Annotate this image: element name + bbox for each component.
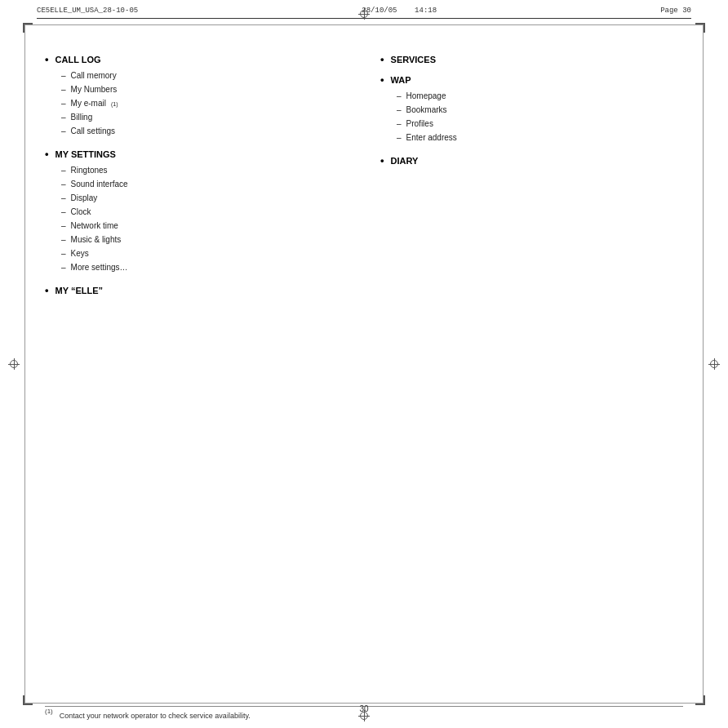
bullet-diary: • bbox=[380, 154, 384, 166]
crosshair-bottom bbox=[358, 710, 370, 721]
header-filename: CE5ELLE_UM_USA_28-10-05 bbox=[37, 7, 138, 15]
page: CE5ELLE_UM_USA_28-10-05 28/10/05 14:18 P… bbox=[0, 0, 728, 728]
list-item: Call settings bbox=[61, 124, 348, 138]
list-item-display: Display bbox=[61, 191, 348, 205]
header-date: 28/10/05 14:18 bbox=[362, 7, 437, 15]
bullet-services: • bbox=[380, 53, 384, 65]
list-item-profiles: Profiles bbox=[397, 117, 683, 131]
section-title-call-log: • CALL LOG bbox=[45, 53, 348, 65]
list-item-keys: Keys bbox=[61, 246, 348, 260]
section-wap: • WAP Homepage Bookmarks Profiles bbox=[380, 73, 683, 144]
list-item-homepage: Homepage bbox=[397, 89, 683, 103]
column-left: • CALL LOG Call memory My Numbers My e-m… bbox=[45, 53, 364, 304]
list-item-more-settings: More settings… bbox=[61, 260, 348, 274]
call-log-list: Call memory My Numbers My e-mail(1) Bill… bbox=[61, 69, 348, 138]
list-item-clock: Clock bbox=[61, 205, 348, 219]
section-title-diary: • DIARY bbox=[380, 154, 683, 166]
bullet-call-log: • bbox=[45, 53, 49, 65]
header-page: Page 30 bbox=[660, 7, 691, 15]
my-settings-list: Ringtones Sound interface Display Clock bbox=[61, 163, 348, 274]
list-item-enter-address: Enter address bbox=[397, 131, 683, 144]
section-services: • SERVICES bbox=[380, 53, 683, 65]
bullet-my-elle: • bbox=[45, 284, 49, 296]
crosshair-right bbox=[708, 358, 720, 370]
list-item-network-time: Network time bbox=[61, 219, 348, 233]
column-right: • SERVICES • WAP Homepage bbox=[364, 53, 683, 304]
section-my-settings: • MY SETTINGS Ringtones Sound interface … bbox=[45, 148, 348, 274]
list-item-ringtones: Ringtones bbox=[61, 163, 348, 177]
section-title-services: • SERVICES bbox=[380, 53, 683, 65]
crosshair-top bbox=[358, 8, 370, 20]
section-title-my-settings: • MY SETTINGS bbox=[45, 148, 348, 160]
list-item-music-lights: Music & lights bbox=[61, 233, 348, 246]
list-item: Call memory bbox=[61, 69, 348, 82]
content-area: • CALL LOG Call memory My Numbers My e-m… bbox=[45, 37, 683, 683]
bullet-my-settings: • bbox=[45, 148, 49, 160]
list-item: My e-mail(1) bbox=[61, 96, 348, 110]
section-title-wap: • WAP bbox=[380, 73, 683, 86]
section-title-my-elle: • MY “ELLE” bbox=[45, 284, 348, 296]
crosshair-left bbox=[8, 358, 20, 370]
list-item: My Numbers bbox=[61, 82, 348, 96]
list-item-bookmarks: Bookmarks bbox=[397, 103, 683, 117]
section-my-elle: • MY “ELLE” bbox=[45, 284, 348, 296]
list-item: Billing bbox=[61, 110, 348, 124]
section-diary: • DIARY bbox=[380, 154, 683, 166]
list-item-sound-interface: Sound interface bbox=[61, 177, 348, 191]
bullet-wap: • bbox=[380, 73, 384, 86]
two-column-layout: • CALL LOG Call memory My Numbers My e-m… bbox=[45, 53, 683, 304]
section-call-log: • CALL LOG Call memory My Numbers My e-m… bbox=[45, 53, 348, 138]
wap-list: Homepage Bookmarks Profiles Enter addres… bbox=[397, 89, 683, 144]
